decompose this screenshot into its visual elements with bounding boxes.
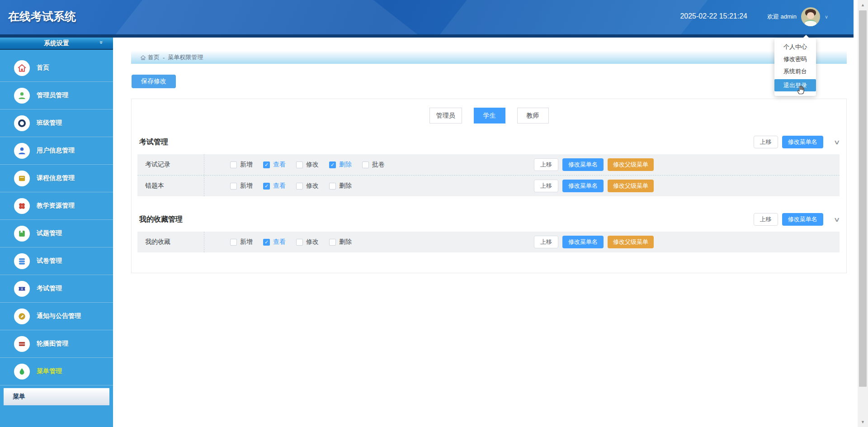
row-reparent-button[interactable]: 修改父级菜单 bbox=[608, 236, 654, 248]
checkbox-icon[interactable] bbox=[329, 183, 336, 190]
sidebar-item-label: 试卷管理 bbox=[37, 257, 62, 265]
permission-label: 查看 bbox=[273, 238, 286, 246]
avatar[interactable] bbox=[801, 7, 820, 26]
row-actions: 上移修改菜单名修改父级菜单 bbox=[534, 158, 654, 171]
checkbox-icon[interactable] bbox=[296, 239, 303, 246]
scroll-up-icon[interactable]: ▲ bbox=[858, 0, 868, 10]
checkbox-icon[interactable] bbox=[329, 239, 336, 246]
role-tab[interactable]: 教师 bbox=[517, 108, 549, 123]
scroll-down-icon[interactable]: ▼ bbox=[858, 417, 868, 427]
menu-droplet-icon bbox=[14, 364, 30, 380]
checkbox-icon[interactable] bbox=[296, 183, 303, 190]
permission-label: 查看 bbox=[273, 161, 286, 169]
sidebar-item-class-ring[interactable]: 班级管理 bbox=[0, 109, 113, 137]
breadcrumb-current: 菜单权限管理 bbox=[168, 53, 203, 62]
row-move-up-button[interactable]: 上移 bbox=[534, 236, 558, 248]
scrollbar-thumb[interactable] bbox=[859, 10, 867, 387]
sidebar-item-admin-person[interactable]: 管理员管理 bbox=[0, 82, 113, 109]
collapse-chevrons-icon[interactable]: » bbox=[99, 41, 104, 44]
row-actions: 上移修改菜单名修改父级菜单 bbox=[534, 236, 654, 248]
sidebar-item-question-book[interactable]: 试题管理 bbox=[0, 220, 113, 247]
permission-checkbox-unchecked[interactable]: 新增 bbox=[230, 238, 263, 246]
breadcrumb-home-link[interactable]: 首页 bbox=[140, 53, 160, 62]
section-collapse-chevron-icon[interactable]: ∨ bbox=[833, 138, 840, 146]
row-reparent-button[interactable]: 修改父级菜单 bbox=[608, 158, 654, 171]
role-tabs: 管理员学生教师 bbox=[132, 108, 846, 123]
user-menu-item[interactable]: 系统前台 bbox=[774, 65, 816, 77]
sidebar-submenu-item-menu[interactable]: 菜单 bbox=[4, 388, 109, 405]
checkbox-icon[interactable]: ✓ bbox=[329, 161, 336, 168]
row-rename-button[interactable]: 修改菜单名 bbox=[562, 180, 604, 192]
carousel-image-icon bbox=[14, 336, 30, 352]
save-changes-button[interactable]: 保存修改 bbox=[132, 75, 176, 88]
permission-checkbox-unchecked[interactable]: 删除 bbox=[329, 182, 362, 190]
checkbox-icon[interactable]: ✓ bbox=[263, 239, 270, 246]
sidebar-item-paper-layers[interactable]: 试卷管理 bbox=[0, 247, 113, 275]
section-header: 我的收藏管理上移修改菜单名∨ bbox=[132, 213, 846, 226]
section-move-up-button[interactable]: 上移 bbox=[754, 136, 778, 148]
section-title: 考试管理 bbox=[139, 138, 754, 147]
permission-checkbox-checked[interactable]: ✓查看 bbox=[263, 182, 296, 190]
permission-checkbox-unchecked[interactable]: 批卷 bbox=[362, 161, 395, 169]
permission-checkbox-unchecked[interactable]: 修改 bbox=[296, 182, 329, 190]
sidebar-item-label: 轮播图管理 bbox=[37, 340, 68, 348]
permission-checkbox-checked[interactable]: ✓查看 bbox=[263, 161, 296, 169]
sidebar-item-label: 管理员管理 bbox=[37, 91, 68, 100]
permission-checkbox-unchecked[interactable]: 修改 bbox=[296, 238, 329, 246]
sidebar-item-label: 课程信息管理 bbox=[37, 174, 75, 182]
role-tab[interactable]: 学生 bbox=[474, 108, 505, 123]
permission-checkbox-unchecked[interactable]: 删除 bbox=[329, 238, 362, 246]
sidebar-item-label: 通知与公告管理 bbox=[37, 312, 81, 320]
permission-checkbox-checked[interactable]: ✓删除 bbox=[329, 161, 362, 169]
row-reparent-button[interactable]: 修改父级菜单 bbox=[608, 180, 654, 192]
app-header: 在线考试系统 2025-02-22 15:21:24 欢迎 admin ∨ bbox=[0, 0, 854, 34]
sidebar-item-menu-droplet[interactable]: 菜单管理 bbox=[0, 358, 113, 385]
menu-item-name: 我的收藏 bbox=[137, 238, 204, 246]
checkbox-icon[interactable] bbox=[230, 183, 237, 190]
permissions-panel: 管理员学生教师 考试管理上移修改菜单名∨考试记录新增✓查看修改✓删除批卷上移修改… bbox=[131, 99, 847, 273]
row-rename-button[interactable]: 修改菜单名 bbox=[562, 158, 604, 171]
permission-label: 查看 bbox=[273, 182, 286, 190]
section-rename-button[interactable]: 修改菜单名 bbox=[782, 213, 823, 226]
checkbox-icon[interactable]: ✓ bbox=[263, 183, 270, 190]
sidebar-item-user-person[interactable]: 用户信息管理 bbox=[0, 137, 113, 165]
sidebar-item-label: 试题管理 bbox=[37, 229, 62, 237]
row-move-up-button[interactable]: 上移 bbox=[534, 180, 558, 192]
checkbox-icon[interactable]: ✓ bbox=[263, 161, 270, 168]
admin-person-icon bbox=[14, 88, 30, 104]
checkbox-icon[interactable] bbox=[362, 161, 369, 168]
checkbox-icon[interactable] bbox=[296, 161, 303, 168]
row-move-up-button[interactable]: 上移 bbox=[534, 158, 558, 171]
checkbox-icon[interactable] bbox=[230, 239, 237, 246]
row-rename-button[interactable]: 修改菜单名 bbox=[562, 236, 604, 248]
permission-checkbox-unchecked[interactable]: 新增 bbox=[230, 182, 263, 190]
section-rows: 考试记录新增✓查看修改✓删除批卷上移修改菜单名修改父级菜单错题本新增✓查看修改删… bbox=[137, 154, 840, 196]
permission-checkbox-unchecked[interactable]: 新增 bbox=[230, 161, 263, 169]
user-menu-trigger[interactable]: 欢迎 admin ∨ bbox=[767, 7, 828, 26]
app-title: 在线考试系统 bbox=[8, 9, 76, 24]
permission-group: 新增✓查看修改✓删除批卷 bbox=[204, 154, 534, 175]
sidebar-item-notice-pencil[interactable]: 通知与公告管理 bbox=[0, 303, 113, 330]
checkbox-icon[interactable] bbox=[230, 161, 237, 168]
permission-group: 新增✓查看修改删除 bbox=[204, 232, 534, 252]
sidebar-item-label: 首页 bbox=[37, 64, 49, 72]
permission-label: 修改 bbox=[306, 161, 319, 169]
role-tab[interactable]: 管理员 bbox=[429, 108, 462, 123]
page-scrollbar[interactable]: ▲ ▼ bbox=[858, 0, 868, 427]
user-menu-item[interactable]: 个人中心 bbox=[774, 41, 816, 53]
section-rename-button[interactable]: 修改菜单名 bbox=[782, 136, 823, 148]
permission-label: 新增 bbox=[240, 161, 253, 169]
permission-checkbox-unchecked[interactable]: 修改 bbox=[296, 161, 329, 169]
section-move-up-button[interactable]: 上移 bbox=[754, 213, 778, 226]
sidebar-item-home[interactable]: 首页 bbox=[0, 54, 113, 82]
permission-checkbox-checked[interactable]: ✓查看 bbox=[263, 238, 296, 246]
sections-host: 考试管理上移修改菜单名∨考试记录新增✓查看修改✓删除批卷上移修改菜单名修改父级菜… bbox=[132, 136, 846, 252]
section-collapse-chevron-icon[interactable]: ∨ bbox=[833, 216, 840, 223]
sidebar-item-course-card[interactable]: 课程信息管理 bbox=[0, 165, 113, 192]
user-menu-item[interactable]: 修改密码 bbox=[774, 53, 816, 65]
sidebar-item-exam-ticket[interactable]: 考试管理 bbox=[0, 275, 113, 303]
sidebar-section-header[interactable]: 系统设置 » bbox=[0, 38, 113, 50]
sidebar-item-carousel-image[interactable]: 轮播图管理 bbox=[0, 330, 113, 358]
sidebar-item-resource-clover[interactable]: 教学资源管理 bbox=[0, 192, 113, 220]
permission-label: 修改 bbox=[306, 182, 319, 190]
